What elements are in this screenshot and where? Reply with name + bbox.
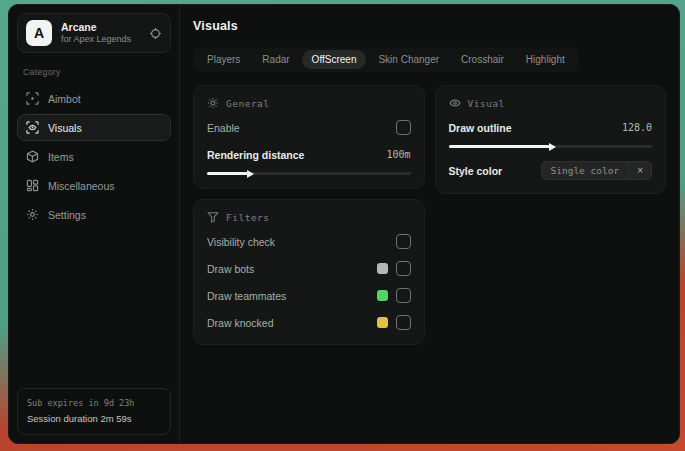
slider-thumb[interactable] bbox=[247, 170, 254, 178]
sidebar-item-visuals[interactable]: Visuals bbox=[17, 114, 171, 141]
sidebar-item-label: Visuals bbox=[48, 122, 82, 134]
sidebar-item-label: Settings bbox=[48, 209, 86, 221]
draw-teammates-checkbox[interactable] bbox=[396, 288, 411, 303]
sidebar-item-miscellaneous[interactable]: Miscellaneous bbox=[17, 172, 171, 199]
app-logo: A bbox=[26, 20, 52, 46]
sidebar-item-aimbot[interactable]: Aimbot bbox=[17, 85, 171, 112]
session-duration-text: Session duration 2m 59s bbox=[27, 411, 161, 427]
draw-teammates-color-swatch[interactable] bbox=[377, 290, 388, 301]
tab-players[interactable]: Players bbox=[197, 50, 250, 69]
funnel-icon bbox=[207, 211, 219, 223]
sidebar-item-label: Miscellaneous bbox=[48, 180, 115, 192]
sidebar-item-settings[interactable]: Settings bbox=[17, 201, 171, 228]
general-panel: General Enable Rendering distance 100m bbox=[193, 85, 425, 189]
visibility-check-checkbox[interactable] bbox=[396, 234, 411, 249]
grid-icon bbox=[26, 179, 39, 192]
eye-icon bbox=[449, 97, 461, 109]
main-content: Visuals Players Radar OffScreen Skin Cha… bbox=[180, 5, 679, 443]
panel-title: Filters bbox=[226, 212, 270, 223]
draw-bots-checkbox[interactable] bbox=[396, 261, 411, 276]
crosshair-icon bbox=[26, 92, 39, 105]
style-color-label: Style color bbox=[449, 165, 503, 177]
sun-icon bbox=[207, 97, 219, 109]
rendering-distance-label: Rendering distance bbox=[207, 149, 304, 161]
tab-highlight[interactable]: Highlight bbox=[516, 50, 575, 69]
tab-bar: Players Radar OffScreen Skin Changer Cro… bbox=[193, 47, 579, 72]
filters-panel: Filters Visibility check Draw bots bbox=[193, 199, 425, 345]
draw-knocked-checkbox[interactable] bbox=[396, 315, 411, 330]
tab-skin-changer[interactable]: Skin Changer bbox=[368, 50, 449, 69]
tab-crosshair[interactable]: Crosshair bbox=[451, 50, 514, 69]
enable-checkbox[interactable] bbox=[396, 120, 411, 135]
rendering-distance-value: 100m bbox=[386, 149, 410, 160]
sidebar: A Arcane for Apex Legends Category bbox=[9, 5, 180, 443]
draw-bots-label: Draw bots bbox=[207, 263, 254, 275]
clear-icon[interactable]: × bbox=[628, 162, 651, 179]
style-color-select[interactable]: Single color × bbox=[541, 161, 652, 180]
draw-knocked-label: Draw knocked bbox=[207, 317, 274, 329]
style-color-value: Single color bbox=[542, 162, 629, 179]
tab-offscreen[interactable]: OffScreen bbox=[302, 50, 367, 69]
visibility-check-label: Visibility check bbox=[207, 236, 275, 248]
eye-scan-icon bbox=[26, 121, 39, 134]
sidebar-nav: Aimbot Visuals Items bbox=[17, 85, 171, 228]
app-subtitle: for Apex Legends bbox=[61, 34, 140, 45]
sidebar-item-items[interactable]: Items bbox=[17, 143, 171, 170]
sidebar-item-label: Items bbox=[48, 151, 74, 163]
sidebar-item-label: Aimbot bbox=[48, 93, 81, 105]
draw-outline-slider[interactable] bbox=[449, 145, 653, 148]
target-icon[interactable] bbox=[149, 27, 162, 40]
rendering-distance-slider[interactable] bbox=[207, 172, 411, 175]
draw-teammates-label: Draw teammates bbox=[207, 290, 286, 302]
tab-radar[interactable]: Radar bbox=[252, 50, 299, 69]
enable-label: Enable bbox=[207, 122, 240, 134]
visual-panel: Visual Draw outline 128.0 Style color Si… bbox=[435, 85, 667, 194]
app-title: Arcane bbox=[61, 21, 140, 34]
subscription-card: Sub expires in 9d 23h Session duration 2… bbox=[17, 388, 171, 435]
panel-title: General bbox=[226, 98, 270, 109]
gear-icon bbox=[26, 208, 39, 221]
draw-knocked-color-swatch[interactable] bbox=[377, 317, 388, 328]
panel-title: Visual bbox=[468, 98, 505, 109]
brand-card: A Arcane for Apex Legends bbox=[17, 13, 171, 53]
page-title: Visuals bbox=[193, 19, 666, 33]
app-window: A Arcane for Apex Legends Category bbox=[8, 4, 680, 444]
box-icon bbox=[26, 150, 39, 163]
draw-outline-label: Draw outline bbox=[449, 122, 512, 134]
sub-expires-text: Sub expires in 9d 23h bbox=[27, 396, 161, 410]
draw-outline-value: 128.0 bbox=[622, 122, 652, 133]
slider-thumb[interactable] bbox=[549, 143, 556, 151]
category-label: Category bbox=[23, 67, 165, 77]
draw-bots-color-swatch[interactable] bbox=[377, 263, 388, 274]
